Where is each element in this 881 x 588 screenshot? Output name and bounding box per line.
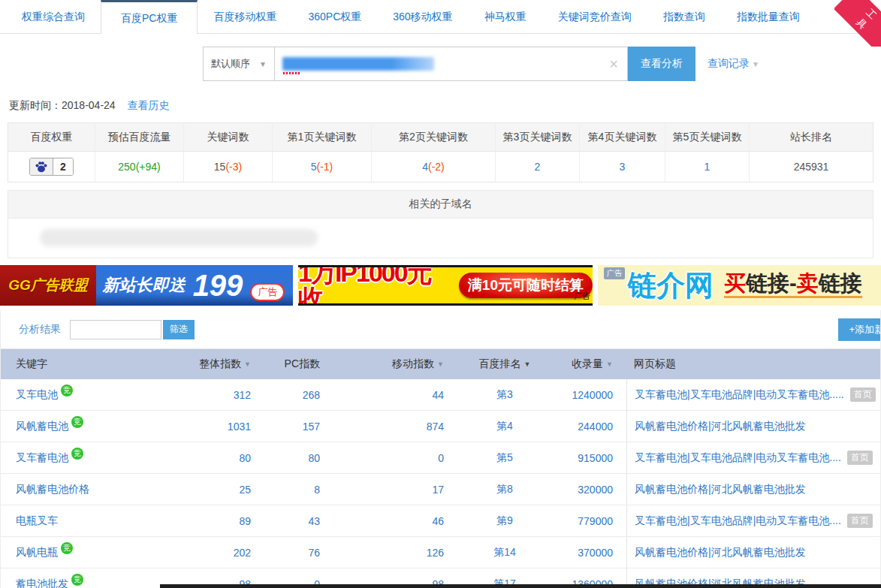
bidding-indicator-icon: 竞	[61, 384, 73, 397]
sort-order-select[interactable]: 默认顺序 ▼	[203, 47, 275, 81]
ad3-dash: -	[789, 271, 797, 295]
table-row: 风帆蓄电池竞1031157874第4244000风帆蓄电池价格|河北风帆蓄电池批…	[1, 411, 880, 442]
column-header-label: 百度排名	[479, 357, 521, 371]
corner-ribbon[interactable]: 工具	[834, 0, 881, 47]
baidu-rank-cell: 第4	[453, 411, 557, 442]
column-header-label: 移动指数	[392, 357, 434, 371]
column-header-label: 收录量	[572, 357, 603, 371]
baidu-rank-cell: 第3	[453, 379, 557, 410]
filter-row: 分析结果 筛选 +添加新词	[1, 310, 880, 349]
tab-bar: 权重综合查询百度PC权重百度移动权重360PC权重360移动权重神马权重关键词竞…	[0, 0, 881, 34]
ad-banner-gg-union[interactable]: GG广告联盟 新站长即送 199 广告	[0, 265, 293, 306]
tools-ribbon-label: 工具	[834, 0, 881, 47]
ad-banner-ip[interactable]: 1万IP1000元收 满10元可随时结算 广告	[298, 265, 593, 306]
filter-input[interactable]	[70, 320, 161, 339]
ad2-pill-text: 满10元可随时结算	[459, 273, 593, 298]
keyword-cell: 叉车电池竞	[1, 379, 189, 410]
column-header-6[interactable]: 收录量▼	[557, 349, 626, 379]
stats-value-5: 4(-2)	[371, 152, 495, 182]
stats-header-1: 百度权重	[8, 123, 95, 152]
keyword-link[interactable]: 电瓶叉车	[16, 514, 58, 528]
stats-value-part: (-1)	[317, 161, 333, 173]
homepage-badge: 首页	[847, 451, 873, 465]
keyword-link[interactable]: 风帆蓄电池	[16, 420, 68, 433]
tab-8[interactable]: 指数查询	[647, 0, 721, 33]
ad-banner-lianjie[interactable]: 广告 链介网 买链接-卖链接	[598, 265, 881, 306]
stats-value-part: (+94)	[136, 161, 161, 173]
page-title-link[interactable]: 叉车蓄电池|叉车电池品牌|电动叉车蓄电池....	[635, 451, 841, 465]
sort-arrow-icon[interactable]: ▼	[606, 360, 613, 368]
keyword-link[interactable]: 风帆电瓶	[16, 546, 58, 559]
stats-value-part: 245931	[794, 161, 829, 173]
page-title-link[interactable]: 叉车蓄电池|叉车电池品牌|电动叉车蓄电池....	[635, 514, 841, 528]
column-header-5[interactable]: 百度排名▼	[453, 349, 557, 379]
page-title-link[interactable]: 风帆蓄电池价格|河北风帆蓄电池批发	[635, 420, 806, 433]
tab-5[interactable]: 360移动权重	[377, 0, 468, 33]
stats-header-row: 百度权重预估百度流量关键词数第1页关键词数第2页关键词数第3页关键词数第4页关键…	[8, 123, 873, 152]
sort-arrow-icon[interactable]: ▼	[524, 360, 531, 368]
column-header-label: 整体指数	[199, 357, 241, 371]
stats-value-9: 245931	[749, 152, 873, 182]
pc-index-cell: 157	[260, 411, 329, 442]
subdomain-body	[8, 219, 873, 258]
stats-value-part: 1	[704, 161, 711, 173]
tab-2[interactable]: 百度PC权重	[101, 0, 198, 34]
view-history-link[interactable]: 查看历史	[128, 99, 170, 111]
stats-header-5: 第2页关键词数	[371, 123, 495, 152]
bidding-indicator-icon: 竞	[71, 448, 83, 460]
pc-index-cell: 8	[260, 474, 329, 505]
column-header-label: 网页标题	[634, 357, 676, 371]
overall-index-cell: 312	[189, 379, 260, 410]
tab-7[interactable]: 关键词竞价查询	[542, 0, 647, 33]
stats-header-2: 预估百度流量	[95, 123, 183, 152]
page-title-cell: 叉车蓄电池|叉车电池品牌|电动叉车蓄电池.....首页	[626, 379, 880, 410]
add-keyword-button[interactable]: +添加新词	[838, 318, 880, 341]
stats-value-7: 3	[579, 152, 665, 182]
ad3-link1: 链接	[746, 271, 789, 295]
bidding-indicator-icon: 竞	[71, 574, 83, 586]
keyword-link[interactable]: 叉车电池	[16, 388, 58, 402]
stats-value-part: 4	[422, 161, 428, 173]
query-input[interactable]: ×	[275, 47, 628, 81]
ad1-offer-panel: 新站长即送 199 广告	[96, 265, 293, 306]
tab-3[interactable]: 百度移动权重	[198, 0, 292, 33]
ad3-link2: 链接	[819, 271, 862, 295]
stats-value-1: 2	[8, 152, 95, 182]
tab-4[interactable]: 360PC权重	[292, 0, 377, 33]
page-title-link[interactable]: 风帆蓄电池价格|河北风帆蓄电池批发	[635, 483, 806, 496]
keyword-link[interactable]: 蓄电池批发	[16, 577, 68, 588]
mobile-index-cell: 46	[329, 505, 453, 536]
column-header-7: 网页标题	[626, 349, 880, 379]
analyze-button[interactable]: 查看分析	[628, 47, 695, 81]
baidu-weight-badge[interactable]: 2	[29, 158, 74, 176]
homepage-badge: 首页	[850, 387, 876, 402]
table-row: 风帆电瓶竞20276126第14370000风帆蓄电池价格|河北风帆蓄电池批发	[1, 537, 880, 568]
ad-label-badge: 广告	[250, 283, 285, 301]
blurred-subdomain-link[interactable]	[40, 229, 318, 246]
tab-9[interactable]: 指数批量查询	[721, 0, 816, 33]
page-title-link[interactable]: 风帆蓄电池价格|河北风帆蓄电池批发	[635, 546, 806, 559]
ad3-sell: 卖	[797, 271, 819, 295]
table-row: 风帆蓄电池价格25817第8320000风帆蓄电池价格|河北风帆蓄电池批发	[1, 474, 880, 505]
filter-button[interactable]: 筛选	[163, 320, 195, 339]
column-header-2[interactable]: 整体指数▼	[189, 349, 260, 379]
sort-arrow-icon[interactable]: ▼	[244, 360, 251, 368]
indexed-count-cell: 244000	[557, 411, 626, 442]
stats-value-8: 1	[665, 152, 749, 182]
page-title-link[interactable]: 叉车蓄电池|叉车电池品牌|电动叉车蓄电池.....	[635, 388, 844, 402]
stats-value-6: 2	[495, 152, 579, 182]
clear-icon[interactable]: ×	[609, 55, 618, 73]
column-header-4[interactable]: 移动指数▼	[329, 349, 453, 379]
indexed-count-cell: 1240000	[557, 379, 626, 410]
query-history-link[interactable]: 查询记录▼	[708, 57, 759, 71]
keyword-link[interactable]: 叉车蓄电池	[16, 451, 68, 465]
keyword-link[interactable]: 风帆蓄电池价格	[16, 483, 89, 496]
indexed-count-cell: 370000	[557, 537, 626, 568]
tab-1[interactable]: 权重综合查询	[6, 0, 101, 33]
page-title-cell: 风帆蓄电池价格|河北风帆蓄电池批发	[626, 411, 880, 442]
sort-arrow-icon[interactable]: ▼	[437, 360, 444, 368]
indexed-count-cell: 915000	[557, 442, 626, 473]
tab-6[interactable]: 神马权重	[469, 0, 542, 33]
overall-index-cell: 80	[189, 442, 260, 473]
pc-index-cell: 43	[260, 505, 329, 536]
